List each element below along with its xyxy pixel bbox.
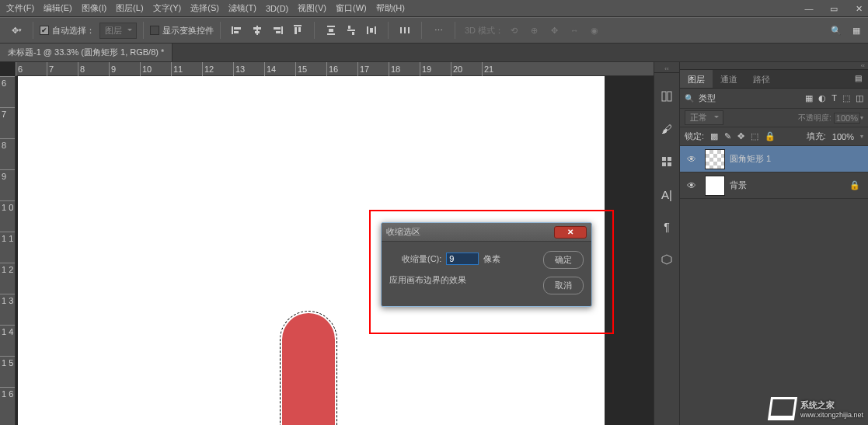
visibility-toggle-icon[interactable]: 👁 — [683, 180, 700, 191]
align-left-icon[interactable] — [229, 23, 245, 38]
3d-orbit-icon[interactable]: ⟲ — [506, 23, 521, 38]
svg-rect-15 — [347, 30, 355, 31]
menu-3d[interactable]: 3D(D) — [266, 4, 288, 13]
watermark-title: 系统之家 — [800, 400, 835, 409]
filter-smart-icon[interactable]: ◫ — [856, 93, 863, 103]
layer-list: 👁 圆角矩形 1 👁 背景 🔒 — [680, 146, 868, 425]
3d-camera-icon[interactable]: ◉ — [587, 23, 602, 38]
svg-rect-20 — [370, 28, 373, 33]
svg-rect-13 — [327, 33, 335, 35]
svg-rect-25 — [668, 92, 671, 101]
dist-vcenter-icon[interactable] — [343, 23, 359, 38]
align-hcenter-icon[interactable] — [249, 23, 265, 38]
document-tab[interactable]: 未标题-1 @ 33.3% (圆角矩形 1, RGB/8) * — [0, 44, 173, 61]
visibility-toggle-icon[interactable]: 👁 — [683, 154, 700, 165]
filter-shape-icon[interactable]: ⬚ — [842, 93, 850, 103]
window-close-button[interactable]: ✕ — [853, 4, 864, 14]
search-icon[interactable]: 🔍 — [831, 26, 842, 36]
contract-amount-input[interactable] — [446, 253, 479, 265]
filter-pixel-icon[interactable]: ▦ — [805, 93, 813, 103]
contract-selection-dialog: 收缩选区 ✕ 收缩量(C): 像素 应用画布边界的效果 确定 取消 — [381, 222, 592, 307]
panel-collapse-icon[interactable]: ‹‹ — [654, 65, 679, 73]
dialog-close-button[interactable]: ✕ — [554, 226, 587, 239]
dialog-title: 收缩选区 — [386, 226, 420, 238]
menu-file[interactable]: 文件(F) — [6, 2, 34, 14]
filter-adjust-icon[interactable]: ◐ — [818, 93, 826, 103]
blend-mode-dropdown[interactable]: 正常 — [685, 110, 723, 125]
align-top-icon[interactable] — [290, 23, 305, 38]
panel-menu-icon[interactable]: ▤ — [849, 70, 868, 88]
more-options-icon[interactable]: ⋯ — [431, 23, 446, 38]
dialog-ok-button[interactable]: 确定 — [543, 251, 584, 269]
show-transform-checkbox[interactable] — [150, 26, 159, 35]
svg-rect-12 — [327, 26, 335, 27]
lock-all-icon[interactable]: 🔒 — [765, 131, 776, 141]
lock-transparency-icon[interactable]: ▩ — [710, 131, 718, 141]
panels-area: ‹‹ 图层 通道 路径 ▤ 类型 ▦ ◐ T ⬚ ◫ 正常 不透明度: 100%… — [680, 62, 868, 425]
history-panel-icon[interactable] — [654, 87, 679, 106]
paragraph-panel-icon[interactable]: ¶ — [654, 218, 679, 236]
lock-label: 锁定: — [685, 131, 704, 142]
dialog-cancel-button[interactable]: 取消 — [543, 277, 584, 294]
svg-rect-14 — [329, 29, 333, 32]
menu-select[interactable]: 选择(S) — [190, 2, 219, 14]
svg-rect-3 — [256, 26, 258, 35]
window-maximize-button[interactable]: ▭ — [828, 4, 839, 14]
workspace-icon[interactable]: ▦ — [852, 26, 860, 36]
svg-rect-4 — [253, 27, 261, 30]
panels-collapse-icon[interactable]: ‹‹ — [680, 62, 868, 70]
svg-rect-6 — [281, 26, 283, 34]
auto-select-label: 自动选择： — [52, 25, 95, 37]
tab-paths[interactable]: 路径 — [745, 70, 778, 88]
watermark: 系统之家 www.xitongzhijia.net — [769, 397, 863, 420]
menu-help[interactable]: 帮助(H) — [376, 2, 405, 14]
character-panel-icon[interactable]: A| — [654, 185, 679, 204]
opacity-value[interactable]: 100% — [834, 113, 860, 124]
svg-rect-27 — [668, 157, 671, 161]
3d-slide-icon[interactable]: ↔ — [566, 23, 582, 38]
layer-thumbnail[interactable] — [705, 149, 725, 169]
3d-pan-icon[interactable]: ✥ — [546, 23, 562, 38]
svg-rect-24 — [662, 92, 666, 101]
lock-artboard-icon[interactable]: ⬚ — [751, 131, 758, 141]
watermark-url: www.xitongzhijia.net — [800, 411, 863, 419]
fill-value[interactable]: 100% — [832, 132, 854, 141]
menu-window[interactable]: 窗口(W) — [336, 2, 367, 14]
layer-name[interactable]: 圆角矩形 1 — [730, 153, 771, 165]
menu-edit[interactable]: 编辑(E) — [44, 2, 72, 14]
dist-h-icon[interactable] — [397, 23, 413, 38]
brush-preset-panel-icon[interactable] — [654, 152, 679, 171]
brush-panel-icon[interactable]: 🖌 — [654, 120, 679, 138]
move-tool-icon[interactable]: ✥▾ — [9, 23, 24, 38]
menu-image[interactable]: 图像(I) — [82, 2, 106, 14]
layer-filter-kind[interactable]: 类型 — [685, 92, 727, 105]
window-minimize-button[interactable]: — — [804, 4, 814, 13]
3d-roll-icon[interactable]: ⊕ — [526, 23, 542, 38]
layer-row[interactable]: 👁 背景 🔒 — [680, 172, 868, 199]
align-right-icon[interactable] — [270, 23, 285, 38]
menu-layer[interactable]: 图层(L) — [116, 2, 143, 14]
tab-channels[interactable]: 通道 — [713, 70, 745, 88]
layer-name[interactable]: 背景 — [730, 179, 747, 191]
lock-position-icon[interactable]: ✥ — [737, 131, 744, 141]
filter-type-icon[interactable]: T — [831, 93, 837, 103]
menu-filter[interactable]: 滤镜(T) — [228, 2, 256, 14]
mode3d-label: 3D 模式： — [465, 25, 504, 37]
layer-thumbnail[interactable] — [705, 176, 725, 196]
contract-unit-label: 像素 — [483, 253, 500, 265]
dist-top-icon[interactable] — [323, 23, 339, 38]
layer-row[interactable]: 👁 圆角矩形 1 — [680, 146, 868, 172]
tab-layers[interactable]: 图层 — [680, 70, 713, 88]
3d-panel-icon[interactable] — [654, 250, 679, 269]
menu-view[interactable]: 视图(V) — [298, 2, 326, 14]
dist-bottom-icon[interactable] — [364, 23, 379, 38]
lock-image-icon[interactable]: ✎ — [724, 131, 731, 141]
svg-rect-19 — [375, 26, 376, 34]
svg-rect-10 — [295, 27, 297, 34]
svg-rect-28 — [662, 162, 666, 166]
canvas-area: 6789101112131415161718192021 67891 01 11… — [0, 62, 654, 425]
svg-rect-8 — [276, 31, 281, 33]
auto-select-dropdown[interactable]: 图层 — [99, 23, 137, 39]
menu-type[interactable]: 文字(Y) — [153, 2, 182, 14]
auto-select-checkbox[interactable]: ✔ — [40, 26, 49, 35]
